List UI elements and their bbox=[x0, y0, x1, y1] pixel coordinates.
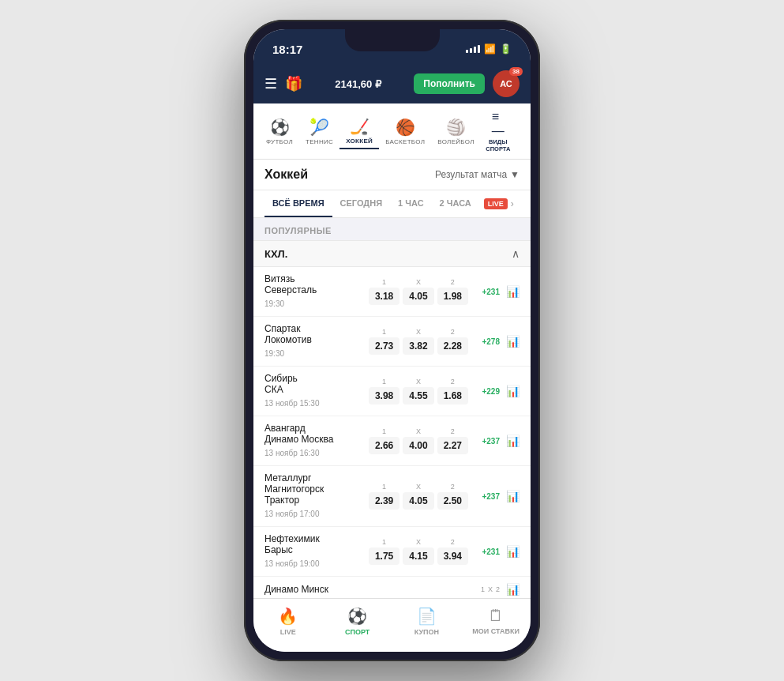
sport-football-label: ФУТБОЛ bbox=[266, 138, 293, 145]
team2-name: Барыс bbox=[264, 544, 362, 555]
odds-label-x: X bbox=[416, 278, 421, 286]
sport-basketball[interactable]: 🏀 БАСКЕТБОЛ bbox=[379, 115, 431, 149]
phone-frame: 18:17 📶 🔋 ☰ 🎁 2141,60 ₽ Пополнить АС 38 bbox=[244, 20, 540, 661]
match-time: 13 ноябр 19:00 bbox=[264, 559, 320, 568]
nav-coupon[interactable]: 📄 КУПОН bbox=[392, 604, 462, 639]
match-time: 13 ноябр 17:00 bbox=[264, 510, 320, 518]
nav-live-label: LIVE bbox=[280, 628, 296, 636]
odds-value-1[interactable]: 3.18 bbox=[369, 288, 400, 305]
odds-value-x[interactable]: 4.15 bbox=[403, 547, 433, 565]
table-row[interactable]: Динамо Минск 1 X 2 📊 bbox=[253, 577, 531, 598]
chart-icon: 📊 bbox=[506, 545, 520, 558]
league-header[interactable]: КХЛ. ∧ bbox=[253, 240, 531, 267]
sport-tennis[interactable]: 🎾 ТЕННИС bbox=[299, 115, 339, 149]
odds-value-x[interactable]: 3.82 bbox=[403, 337, 433, 355]
avatar-button[interactable]: АС 38 bbox=[493, 70, 520, 97]
odds-group: 1 3.98 X 4.55 2 1.68 bbox=[369, 378, 468, 404]
tab-all-time[interactable]: ВСЁ ВРЕМЯ bbox=[264, 190, 332, 217]
league-collapse-icon[interactable]: ∧ bbox=[512, 247, 520, 260]
table-row[interactable]: Сибирь СКА 13 ноябр 15:30 1 3.98 X 4.55 bbox=[253, 367, 531, 416]
odds-col-1: 1 2.73 bbox=[369, 328, 400, 355]
more-odds-count[interactable]: +278 bbox=[475, 337, 500, 346]
odds-label-2: 2 bbox=[451, 538, 455, 546]
gift-icon[interactable]: 🎁 bbox=[285, 75, 302, 92]
odds-col-2: 2 2.28 bbox=[437, 328, 468, 355]
tab-today[interactable]: СЕГОДНЯ bbox=[332, 190, 390, 217]
odds-value-x[interactable]: 4.55 bbox=[403, 387, 433, 404]
odds-value-x[interactable]: 4.00 bbox=[403, 437, 433, 454]
tennis-icon: 🎾 bbox=[309, 118, 329, 137]
all-sports-button[interactable]: ≡— ВИДЫСПОРТА bbox=[481, 107, 516, 156]
tabs-scroll-arrow[interactable]: › bbox=[511, 198, 514, 209]
odds-col-1: 1 3.98 bbox=[369, 378, 400, 404]
nav-sport-label: СПОРТ bbox=[345, 628, 369, 636]
filter-arrow-icon: ▼ bbox=[510, 169, 520, 180]
odds-value-2[interactable]: 3.94 bbox=[437, 547, 468, 565]
team1-name: Металлург Магнитогорск bbox=[264, 472, 362, 495]
phone-notch bbox=[345, 29, 440, 51]
odds-col-1: 1 1.75 bbox=[369, 538, 400, 565]
section-filter[interactable]: Результат матча ▼ bbox=[435, 169, 520, 180]
nav-live[interactable]: 🔥 LIVE bbox=[253, 604, 323, 639]
team2-name: Динамо Москва bbox=[264, 434, 362, 445]
odds-col-1: 1 2.39 bbox=[369, 483, 400, 510]
nav-coupon-label: КУПОН bbox=[415, 628, 439, 636]
match-teams: Динамо Минск bbox=[264, 584, 475, 595]
deposit-button[interactable]: Пополнить bbox=[414, 73, 485, 94]
odds-value-2[interactable]: 2.50 bbox=[437, 492, 468, 510]
match-info: Сибирь СКА 13 ноябр 15:30 bbox=[264, 373, 362, 409]
main-content: Хоккей Результат матча ▼ ВСЁ ВРЕМЯ СЕГОД… bbox=[253, 160, 531, 598]
status-icons: 📶 🔋 bbox=[466, 43, 512, 55]
odds-label-1: 1 bbox=[382, 427, 386, 435]
odds-col-2: 2 bbox=[496, 585, 500, 593]
sport-football[interactable]: ⚽ ФУТБОЛ bbox=[260, 115, 299, 149]
more-odds-count[interactable]: +237 bbox=[475, 492, 500, 501]
odds-value-2[interactable]: 1.98 bbox=[437, 288, 468, 305]
odds-col-1: 1 2.66 bbox=[369, 427, 400, 454]
odds-value-x[interactable]: 4.05 bbox=[403, 492, 433, 510]
nav-my-bets[interactable]: 🗒 МОИ СТАВКИ bbox=[461, 604, 531, 639]
tab-1hour[interactable]: 1 ЧАС bbox=[390, 190, 432, 217]
sport-hockey[interactable]: 🏒 ХОККЕЙ bbox=[339, 114, 379, 149]
more-odds-count[interactable]: +231 bbox=[475, 288, 500, 296]
odds-value-1[interactable]: 2.66 bbox=[369, 437, 400, 454]
odds-value-1[interactable]: 2.73 bbox=[369, 337, 400, 355]
tab-2hours[interactable]: 2 ЧАСА bbox=[432, 190, 479, 217]
table-row[interactable]: Авангард Динамо Москва 13 ноябр 16:30 1 … bbox=[253, 416, 531, 466]
odds-value-x[interactable]: 4.05 bbox=[403, 288, 433, 305]
odds-value-1[interactable]: 1.75 bbox=[369, 547, 400, 565]
odds-label-x: X bbox=[416, 427, 421, 435]
odds-value-1[interactable]: 3.98 bbox=[369, 387, 400, 404]
nav-sport[interactable]: ⚽ СПОРТ bbox=[323, 604, 392, 639]
odds-col-x: X 4.55 bbox=[403, 378, 433, 404]
odds-group: 1 2.66 X 4.00 2 2.27 bbox=[369, 427, 468, 454]
league-name: КХЛ. bbox=[264, 248, 287, 260]
match-teams: Авангард Динамо Москва bbox=[264, 423, 362, 445]
odds-col-2: 2 3.94 bbox=[437, 538, 468, 565]
match-teams: Витязь Северсталь bbox=[264, 273, 362, 295]
table-row[interactable]: Металлург Магнитогорск Трактор 13 ноябр … bbox=[253, 466, 531, 527]
more-odds-count[interactable]: +231 bbox=[475, 547, 500, 556]
table-row[interactable]: Витязь Северсталь 19:30 1 3.18 X 4.05 bbox=[253, 267, 531, 317]
live-badge[interactable]: LIVE bbox=[484, 198, 508, 209]
all-sports-label: ВИДЫСПОРТА bbox=[486, 138, 510, 152]
odds-label-x: X bbox=[416, 483, 421, 491]
table-row[interactable]: Спартак Локомотив 19:30 1 2.73 X 3.82 bbox=[253, 317, 531, 367]
matches-list: Витязь Северсталь 19:30 1 3.18 X 4.05 bbox=[253, 267, 531, 598]
chart-icon: 📊 bbox=[506, 490, 520, 502]
odds-label-2: 2 bbox=[451, 328, 455, 336]
odds-value-2[interactable]: 1.68 bbox=[437, 387, 468, 404]
odds-value-2[interactable]: 2.28 bbox=[437, 337, 468, 355]
table-row[interactable]: Нефтехимик Барыс 13 ноябр 19:00 1 1.75 X… bbox=[253, 527, 531, 577]
odds-label-x: X bbox=[488, 585, 493, 593]
team1-name: Сибирь bbox=[264, 373, 362, 384]
sport-volleyball[interactable]: 🏐 ВОЛЕЙБОЛ bbox=[431, 115, 480, 149]
more-odds-count[interactable]: +229 bbox=[475, 387, 500, 396]
odds-col-2: 2 1.68 bbox=[437, 378, 468, 404]
odds-value-2[interactable]: 2.27 bbox=[437, 437, 468, 454]
section-title: Хоккей bbox=[264, 167, 308, 182]
menu-button[interactable]: ☰ bbox=[264, 75, 277, 92]
odds-value-1[interactable]: 2.39 bbox=[369, 492, 400, 510]
odds-label-1: 1 bbox=[382, 378, 386, 386]
more-odds-count[interactable]: +237 bbox=[475, 437, 500, 446]
